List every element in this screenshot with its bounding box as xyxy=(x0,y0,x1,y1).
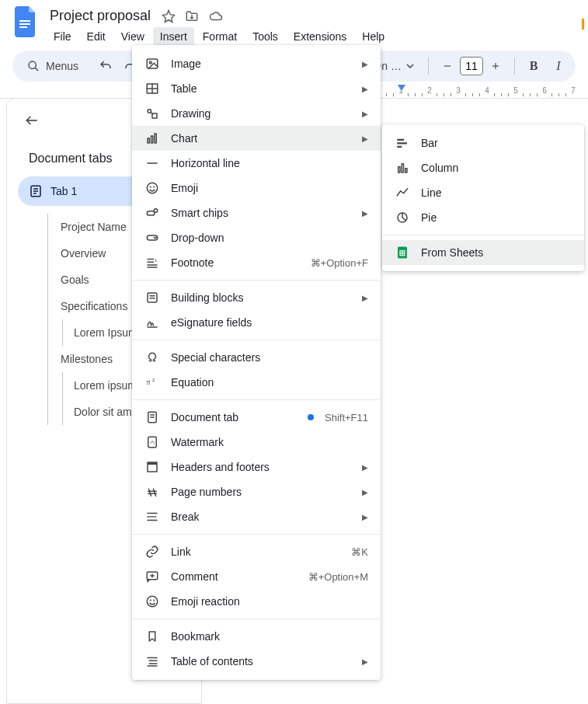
menu-item-label: Column xyxy=(421,162,572,174)
chart-line[interactable]: Line xyxy=(382,180,584,205)
undo-button[interactable] xyxy=(96,57,115,75)
insert-special-characters[interactable]: Special characters xyxy=(132,345,381,370)
insert-equation[interactable]: π2Equation xyxy=(132,370,381,395)
svg-point-29 xyxy=(154,209,158,213)
svg-rect-65 xyxy=(397,139,404,141)
svg-rect-21 xyxy=(148,138,149,143)
insert-watermark[interactable]: Watermark xyxy=(132,430,381,455)
svg-rect-0 xyxy=(19,20,30,22)
insert-emoji[interactable]: Emoji xyxy=(132,176,381,200)
insert-footnote[interactable]: 1Footnote⌘+Option+F xyxy=(132,250,381,275)
menu-extensions[interactable]: Extensions xyxy=(287,27,353,46)
insert-esignature-fields[interactable]: eSignature fields xyxy=(132,310,381,335)
table-icon xyxy=(144,82,160,96)
menu-item-label: Drop-down xyxy=(171,232,368,244)
submenu-arrow-icon: ▶ xyxy=(356,134,368,143)
menu-file[interactable]: File xyxy=(47,27,78,46)
svg-rect-13 xyxy=(147,59,158,68)
header: Project proposal FileEditViewInsertForma… xyxy=(0,0,588,46)
chips-icon xyxy=(144,206,160,220)
insert-drop-down[interactable]: Drop-down xyxy=(132,225,381,250)
menu-tools[interactable]: Tools xyxy=(245,27,285,46)
insert-document-tab[interactable]: Document tabShift+F11 xyxy=(132,405,381,430)
watermark-icon xyxy=(144,435,160,449)
svg-point-25 xyxy=(147,183,158,193)
menu-item-label: Image xyxy=(171,58,345,70)
footnote-icon: 1 xyxy=(144,256,160,270)
chart-from-sheets[interactable]: From Sheets xyxy=(382,240,584,265)
svg-line-48 xyxy=(149,489,151,496)
insert-page-numbers[interactable]: Page numbers▶ xyxy=(132,479,381,504)
insert-headers-and-footers[interactable]: Headers and footers▶ xyxy=(132,455,381,479)
font-size-input[interactable] xyxy=(460,57,483,75)
menu-item-label: From Sheets xyxy=(421,246,572,259)
menu-item-label: Page numbers xyxy=(171,486,345,498)
chart-pie[interactable]: Pie xyxy=(382,205,584,230)
menu-item-label: Chart xyxy=(171,132,345,145)
docs-logo[interactable] xyxy=(12,8,40,36)
insert-emoji-reaction[interactable]: Emoji reaction xyxy=(132,589,381,614)
decrease-font-size[interactable] xyxy=(438,57,457,75)
shortcut-label: ⌘+Option+F xyxy=(311,257,368,269)
insert-table[interactable]: Table▶ xyxy=(132,76,381,101)
menu-view[interactable]: View xyxy=(114,27,151,46)
equation-icon: π2 xyxy=(144,375,160,389)
insert-chart[interactable]: Chart▶ xyxy=(132,126,381,151)
svg-point-14 xyxy=(149,61,151,64)
submenu-arrow-icon: ▶ xyxy=(356,294,368,302)
menu-item-label: Headers and footers xyxy=(171,461,345,473)
increase-font-size[interactable] xyxy=(486,57,505,75)
insert-table-of-contents[interactable]: Table of contents▶ xyxy=(132,649,381,674)
menu-item-label: Building blocks xyxy=(171,291,345,304)
svg-line-20 xyxy=(151,113,153,114)
svg-rect-66 xyxy=(397,142,407,144)
svg-rect-69 xyxy=(402,164,403,173)
menu-item-label: Bookmark xyxy=(171,630,368,643)
chart-submenu: BarColumnLinePieFrom Sheets xyxy=(382,124,584,271)
drawing-icon xyxy=(144,106,160,120)
esign-icon xyxy=(144,315,160,329)
svg-line-49 xyxy=(154,489,156,496)
menu-format[interactable]: Format xyxy=(196,27,244,46)
submenu-arrow-icon: ▶ xyxy=(356,488,368,497)
svg-rect-45 xyxy=(148,437,157,448)
search-menus[interactable]: Menus xyxy=(20,56,90,76)
hr-icon xyxy=(144,156,160,170)
insert-bookmark[interactable]: Bookmark xyxy=(132,624,381,649)
insert-comment[interactable]: Comment⌘+Option+M xyxy=(132,564,381,589)
right-margin-indicator xyxy=(582,19,586,30)
menu-item-label: Pie xyxy=(421,211,572,224)
move-icon[interactable] xyxy=(185,9,199,23)
tab-label: Tab 1 xyxy=(50,185,77,197)
chart-bar[interactable]: Bar xyxy=(382,131,584,155)
star-icon[interactable] xyxy=(162,9,176,23)
insert-horizontal-line[interactable]: Horizontal line xyxy=(132,151,381,176)
menu-item-label: Footnote xyxy=(171,256,300,269)
headers-icon xyxy=(144,460,160,474)
cloud-status-icon[interactable] xyxy=(208,9,224,23)
insert-building-blocks[interactable]: Building blocks▶ xyxy=(132,285,381,310)
document-title[interactable]: Project proposal xyxy=(47,6,154,26)
menu-help[interactable]: Help xyxy=(355,27,391,46)
insert-link[interactable]: Link⌘K xyxy=(132,539,381,564)
chart-column[interactable]: Column xyxy=(382,155,584,180)
doctab-icon xyxy=(144,410,160,424)
insert-smart-chips[interactable]: Smart chips▶ xyxy=(132,200,381,225)
insert-image[interactable]: Image▶ xyxy=(132,51,381,76)
dropdown-icon xyxy=(144,231,160,245)
submenu-arrow-icon: ▶ xyxy=(356,209,368,218)
svg-rect-1 xyxy=(19,23,30,25)
menu-insert[interactable]: Insert xyxy=(153,27,194,46)
blocks-icon xyxy=(144,291,160,305)
insert-drawing[interactable]: Drawing▶ xyxy=(132,101,381,126)
insert-break[interactable]: Break▶ xyxy=(132,504,381,529)
pagenum-icon xyxy=(144,485,160,499)
italic-button[interactable]: I xyxy=(549,57,568,75)
svg-rect-28 xyxy=(147,211,155,215)
bold-button[interactable]: B xyxy=(524,57,543,75)
menu-edit[interactable]: Edit xyxy=(80,27,113,46)
menu-item-label: Watermark xyxy=(171,436,368,448)
omega-icon xyxy=(144,350,160,364)
submenu-arrow-icon: ▶ xyxy=(356,110,368,118)
menu-item-label: eSignature fields xyxy=(171,316,368,329)
